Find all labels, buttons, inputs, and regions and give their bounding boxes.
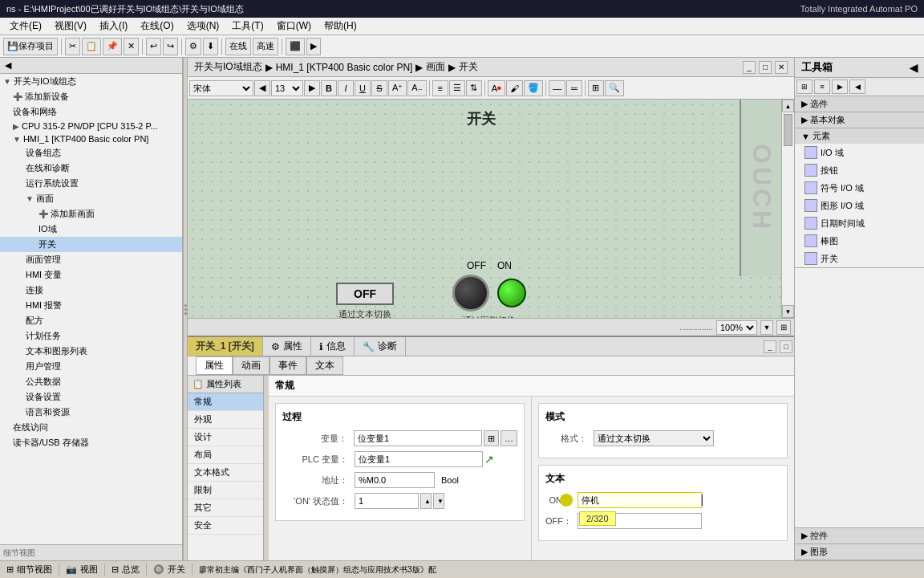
prop-item-other[interactable]: 其它: [188, 499, 263, 517]
sidebar-item-io-domain[interactable]: IO域: [0, 222, 182, 237]
font-selector[interactable]: 宋体: [189, 80, 253, 96]
toolbox-item-symbol-io[interactable]: 符号 I/O 域: [795, 179, 924, 197]
toolbox-close-icon[interactable]: ◀: [910, 62, 918, 74]
sidebar-item-add-screen[interactable]: ➕ 添加新画面: [0, 206, 182, 222]
subscript-button[interactable]: A₋: [407, 80, 426, 96]
sidebar-item-connections[interactable]: 连接: [0, 283, 182, 298]
valign-button[interactable]: ⇅: [466, 80, 482, 96]
plc-variable-input[interactable]: [355, 451, 483, 467]
scroll-down-button[interactable]: ▼: [782, 305, 794, 318]
variable-input[interactable]: [354, 430, 482, 446]
address-input[interactable]: [355, 472, 435, 488]
prop-item-appearance[interactable]: 外观: [188, 411, 263, 429]
italic-button[interactable]: I: [338, 80, 354, 96]
line-size-button[interactable]: ═: [566, 80, 582, 96]
toolbox-item-graphic-io[interactable]: 图形 I/O 域: [795, 197, 924, 214]
canvas-area[interactable]: 开关 OFF 通过文本切换 OFF: [188, 100, 781, 318]
menu-insert[interactable]: 插入(I): [93, 18, 134, 35]
text-on-input[interactable]: [578, 492, 702, 508]
prop-item-layout[interactable]: 布局: [188, 446, 263, 464]
status-view-button[interactable]: 📷 视图: [59, 564, 105, 576]
highspeed-button[interactable]: 高速: [253, 38, 278, 55]
search-button[interactable]: 🔍: [605, 80, 624, 96]
toolbox-btn2[interactable]: ≡: [814, 79, 830, 94]
on-state-up-button[interactable]: ▲: [420, 493, 432, 509]
panel-minimize-button[interactable]: _: [764, 340, 776, 353]
toolbox-btn3[interactable]: ▶: [832, 79, 848, 94]
toolbox-section-options-header[interactable]: ▶ 选件: [795, 96, 924, 112]
prop-item-textformat[interactable]: 文本格式: [188, 464, 263, 482]
status-overview-button[interactable]: ⊟ 总览: [105, 564, 147, 576]
sidebar-item-card-reader[interactable]: 读卡器/USB 存储器: [0, 435, 182, 450]
sidebar-item-runtime[interactable]: 运行系统设置: [0, 176, 182, 191]
canvas-dial[interactable]: [452, 275, 489, 311]
tab-info[interactable]: ℹ 信息: [311, 337, 355, 356]
toolbox-item-io-domain[interactable]: I/O 域: [795, 144, 924, 161]
toolbox-item-button[interactable]: 按钮: [795, 161, 924, 179]
tab-diagnostics[interactable]: 🔧 诊断: [355, 337, 406, 356]
menu-tools[interactable]: 工具(T): [225, 18, 270, 35]
zoom-fit-button[interactable]: ⊞: [588, 80, 604, 96]
font-size-inc-button[interactable]: ▶: [304, 80, 320, 96]
prop-item-limits[interactable]: 限制: [188, 482, 263, 499]
variable-browse-button[interactable]: ⊞: [484, 430, 499, 446]
sidebar-item-device-settings[interactable]: 设备设置: [0, 389, 182, 405]
menu-help[interactable]: 帮助(H): [318, 18, 363, 35]
save-button[interactable]: 💾 保存项目: [3, 38, 58, 55]
sidebar-item-project[interactable]: ▼ 开关与IO域组态: [0, 74, 182, 89]
copy-button[interactable]: 📋: [82, 38, 101, 55]
delete-button[interactable]: ✕: [124, 38, 139, 55]
sidebar-item-hmi-alarms[interactable]: HMI 报警: [0, 298, 182, 313]
bg-color-button[interactable]: 🖌: [506, 80, 523, 96]
sidebar-item-cpu[interactable]: ▶ CPU 315-2 PN/DP [CPU 315-2 P...: [0, 120, 182, 132]
sidebar-item-switch[interactable]: 开关: [0, 237, 182, 252]
toolbox-section-controls-header[interactable]: ▶ 控件: [795, 528, 924, 543]
variable-dots-button[interactable]: …: [500, 430, 517, 446]
prop-item-general[interactable]: 常规: [188, 393, 263, 411]
prop-tab-events[interactable]: 事件: [270, 356, 306, 375]
sidebar-item-language[interactable]: 语言和资源: [0, 405, 182, 420]
sidebar-item-user-mgmt[interactable]: 用户管理: [0, 359, 182, 374]
toolbox-btn1[interactable]: ⊞: [796, 79, 813, 94]
strikethrough-button[interactable]: S: [371, 80, 387, 96]
status-detail-view[interactable]: ⊞ 细节视图: [0, 564, 59, 576]
prop-tab-properties[interactable]: 属性: [196, 356, 233, 375]
sidebar-item-online-diag[interactable]: 在线和诊断: [0, 161, 182, 176]
plc-variable-check-icon[interactable]: ↗: [484, 453, 494, 466]
sidebar-item-recipe[interactable]: 配方: [0, 313, 182, 328]
menu-online[interactable]: 在线(O): [134, 18, 180, 35]
toolbox-item-bar[interactable]: 棒图: [795, 232, 924, 250]
align-center-button[interactable]: ☰: [449, 80, 465, 96]
zoom-dropdown-button[interactable]: ▼: [760, 320, 773, 335]
prop-item-design[interactable]: 设计: [188, 429, 263, 446]
superscript-button[interactable]: A⁺: [388, 80, 407, 96]
close-canvas-button[interactable]: ✕: [775, 61, 788, 74]
menu-file[interactable]: 文件(E): [3, 18, 48, 35]
paste-button[interactable]: 📌: [103, 38, 122, 55]
menu-options[interactable]: 选项(N): [180, 18, 226, 35]
maximize-canvas-button[interactable]: □: [759, 61, 772, 74]
on-state-input[interactable]: [355, 493, 419, 509]
canvas-off-button[interactable]: OFF: [336, 283, 394, 305]
tab-properties[interactable]: ⚙ 属性: [263, 337, 311, 356]
cut-button[interactable]: ✂: [65, 38, 80, 55]
bold-button[interactable]: B: [321, 80, 337, 96]
scroll-thumb[interactable]: [784, 114, 792, 146]
minimize-canvas-button[interactable]: _: [743, 61, 756, 74]
compile-button[interactable]: ⚙: [185, 38, 201, 55]
sidebar-collapse-icon[interactable]: ◀: [5, 60, 11, 70]
prop-item-security[interactable]: 安全: [188, 517, 263, 535]
align-left-button[interactable]: ≡: [432, 80, 448, 96]
prop-tab-text[interactable]: 文本: [306, 356, 343, 375]
sidebar-item-common-data[interactable]: 公共数据: [0, 374, 182, 389]
toolbox-section-graphics-header[interactable]: ▶ 图形: [795, 544, 924, 560]
format-selector[interactable]: 通过文本切换 通过图形切换: [594, 430, 714, 446]
sidebar-item-add-device[interactable]: ➕ 添加新设备: [0, 89, 182, 104]
sidebar-item-tasks[interactable]: 计划任务: [0, 328, 182, 344]
online-button[interactable]: 在线: [225, 38, 251, 55]
undo-button[interactable]: ↩: [146, 38, 161, 55]
toolbox-section-basic-header[interactable]: ▶ 基本对象: [795, 112, 924, 128]
panel-maximize-button[interactable]: □: [780, 340, 792, 353]
zoom-selector[interactable]: 100%: [716, 320, 757, 335]
menu-view[interactable]: 视图(V): [48, 18, 93, 35]
